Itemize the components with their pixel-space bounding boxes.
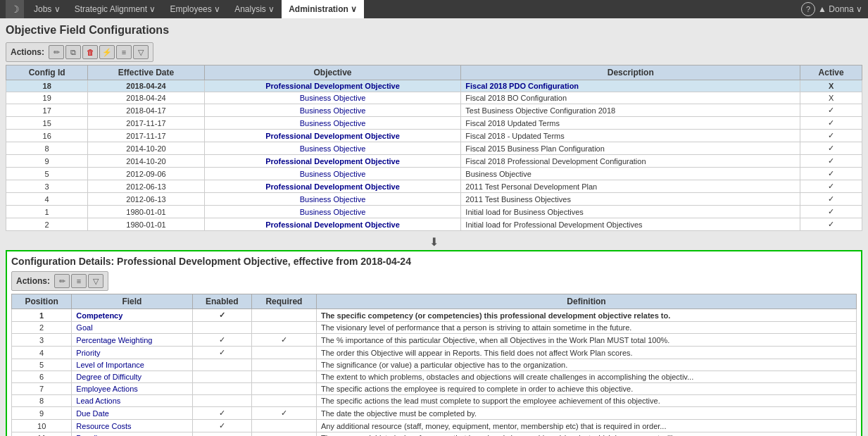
help-icon[interactable]: ? <box>801 2 815 16</box>
page-title: Objective Field Configurations <box>6 24 862 37</box>
detail-table-row[interactable]: 5 Level of Importance The significance (… <box>12 359 857 371</box>
page-content: Objective Field Configurations Actions: … <box>0 18 868 436</box>
cell-description: Initial load for Professional Developmen… <box>461 218 800 231</box>
cell-position: 6 <box>12 371 72 383</box>
delete-button[interactable]: 🗑 <box>82 45 98 59</box>
cell-effective-date: 2012-06-13 <box>88 180 204 193</box>
detail-table-row[interactable]: 4 Priority ✓ The order this Objective wi… <box>12 347 857 359</box>
cell-position: 9 <box>12 407 72 420</box>
edit-button[interactable]: ✏ <box>49 45 64 59</box>
cell-definition: The specific competency (or competencies… <box>316 309 856 322</box>
cell-field: Percentage Weighting <box>72 334 192 347</box>
cell-active: ✓ <box>800 117 862 130</box>
cell-active: ✓ <box>800 142 862 155</box>
col-position: Position <box>12 294 72 309</box>
cell-effective-date: 2018-04-24 <box>88 92 204 104</box>
bolt-button[interactable]: ⚡ <box>99 45 115 59</box>
copy-button[interactable]: ⧉ <box>65 45 81 59</box>
cell-required <box>251 359 316 371</box>
cell-enabled: ✓ <box>192 347 251 359</box>
cell-objective: Business Objective <box>204 168 461 180</box>
detail-table-row[interactable]: 6 Degree of Difficulty The extent to whi… <box>12 371 857 383</box>
cell-definition: The specific actions the lead must compl… <box>316 395 856 407</box>
table-row[interactable]: 4 2012-06-13 Business Objective 2011 Tes… <box>6 193 862 206</box>
detail-table-row[interactable]: 11 Baseline The measured, historical per… <box>12 432 857 437</box>
cell-config-id: 15 <box>6 117 88 130</box>
config-details-title: Configuration Details: Professional Deve… <box>11 256 857 267</box>
cell-effective-date: 1980-01-01 <box>88 206 204 218</box>
actions-label: Actions: <box>11 47 44 57</box>
cell-objective: Business Objective <box>204 117 461 130</box>
nav-jobs[interactable]: Jobs ∨ <box>27 0 68 18</box>
user-menu[interactable]: ▲ Donna ∨ <box>818 4 862 14</box>
table-row[interactable]: 5 2012-09-06 Business Objective Business… <box>6 168 862 180</box>
cell-definition: The order this Objective will appear in … <box>316 347 856 359</box>
detail-table-row[interactable]: 2 Goal The visionary level of performanc… <box>12 322 857 334</box>
filter-button[interactable]: ▽ <box>133 45 149 59</box>
col-active: Active <box>800 66 862 80</box>
table-row[interactable]: 2 1980-01-01 Professional Development Ob… <box>6 218 862 231</box>
cell-description: Fiscal 2018 BO Configuration <box>461 92 800 104</box>
col-effective-date: Effective Date <box>88 66 204 80</box>
cell-position: 10 <box>12 420 72 432</box>
cell-required: ✓ <box>251 334 316 347</box>
detail-table-row[interactable]: 7 Employee Actions The specific actions … <box>12 383 857 395</box>
cell-position: 8 <box>12 395 72 407</box>
nav-employees[interactable]: Employees ∨ <box>163 0 227 18</box>
cell-required <box>251 432 316 437</box>
table-row[interactable]: 15 2017-11-17 Business Objective Fiscal … <box>6 117 862 130</box>
cell-objective: Professional Development Objective <box>204 180 461 193</box>
cell-definition: The visionary level of performance that … <box>316 322 856 334</box>
cell-enabled <box>192 322 251 334</box>
detail-table-row[interactable]: 3 Percentage Weighting ✓ ✓ The % importa… <box>12 334 857 347</box>
table-row[interactable]: 9 2014-10-20 Professional Development Ob… <box>6 155 862 168</box>
detail-table-row[interactable]: 10 Resource Costs ✓ Any additional resou… <box>12 420 857 432</box>
cell-description: Fiscal 2015 Business Plan Configuration <box>461 142 800 155</box>
cell-position: 3 <box>12 334 72 347</box>
detail-table-row[interactable]: 1 Competency ✓ The specific competency (… <box>12 309 857 322</box>
cell-field: Priority <box>72 347 192 359</box>
cell-definition: The extent to which problems, obstacles … <box>316 371 856 383</box>
cell-description: Fiscal 2018 PDO Configuration <box>461 80 800 92</box>
table-row[interactable]: 19 2018-04-24 Business Objective Fiscal … <box>6 92 862 104</box>
table-row[interactable]: 1 1980-01-01 Business Objective Initial … <box>6 206 862 218</box>
cell-objective: Business Objective <box>204 104 461 117</box>
detail-actions-label: Actions: <box>16 276 50 286</box>
cell-effective-date: 2014-10-20 <box>88 142 204 155</box>
cell-enabled <box>192 432 251 437</box>
col-description: Description <box>461 66 800 80</box>
table-row[interactable]: 18 2018-04-24 Professional Development O… <box>6 80 862 92</box>
cell-effective-date: 2012-09-06 <box>88 168 204 180</box>
table-row[interactable]: 16 2017-11-17 Professional Development O… <box>6 130 862 142</box>
cell-objective: Business Objective <box>204 193 461 206</box>
table-row[interactable]: 17 2018-04-17 Business Objective Test Bu… <box>6 104 862 117</box>
cell-config-id: 5 <box>6 168 88 180</box>
cell-active: ✓ <box>800 206 862 218</box>
lines-button[interactable]: ≡ <box>116 45 132 59</box>
detail-edit-button[interactable]: ✏ <box>54 274 70 288</box>
cell-effective-date: 1980-01-01 <box>88 218 204 231</box>
table-row[interactable]: 3 2012-06-13 Professional Development Ob… <box>6 180 862 193</box>
cell-field: Competency <box>72 309 192 322</box>
detail-lines-button[interactable]: ≡ <box>71 274 87 288</box>
nav-strategic-alignment[interactable]: Strategic Alignment ∨ <box>68 0 163 18</box>
app-logo[interactable]: ☽ <box>6 0 24 18</box>
detail-table-row[interactable]: 9 Due Date ✓ ✓ The date the objective mu… <box>12 407 857 420</box>
cell-config-id: 17 <box>6 104 88 117</box>
cell-config-id: 19 <box>6 92 88 104</box>
cell-field: Due Date <box>72 407 192 420</box>
cell-effective-date: 2018-04-24 <box>88 80 204 92</box>
cell-enabled <box>192 395 251 407</box>
cell-required <box>251 322 316 334</box>
nav-analysis[interactable]: Analysis ∨ <box>227 0 282 18</box>
table-row[interactable]: 8 2014-10-20 Business Objective Fiscal 2… <box>6 142 862 155</box>
cell-definition: The specific actions the employee is req… <box>316 383 856 395</box>
cell-enabled <box>192 359 251 371</box>
cell-objective: Business Objective <box>204 92 461 104</box>
cell-description: Fiscal 2018 Updated Terms <box>461 117 800 130</box>
cell-field: Goal <box>72 322 192 334</box>
detail-table-row[interactable]: 8 Lead Actions The specific actions the … <box>12 395 857 407</box>
cell-config-id: 16 <box>6 130 88 142</box>
nav-administration[interactable]: Administration ∨ <box>282 0 364 18</box>
detail-filter-button[interactable]: ▽ <box>88 274 103 288</box>
